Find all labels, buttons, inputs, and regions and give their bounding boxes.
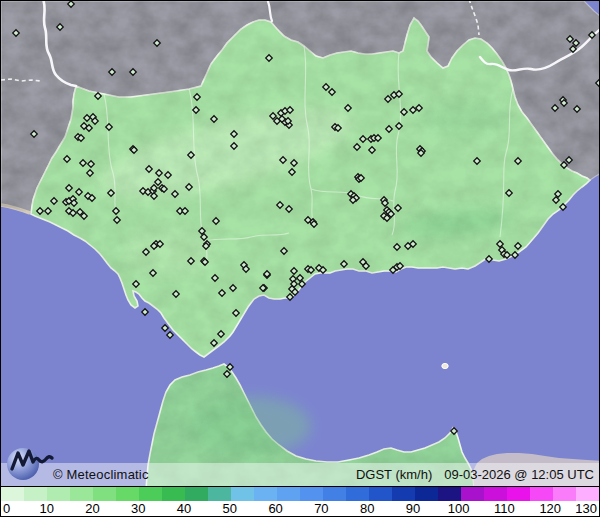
weather-map-screenshot: © Meteoclimatic DGST (km/h) 09-03-2026 @… — [0, 0, 600, 517]
scale-tick-label: 100 — [448, 501, 470, 516]
scale-tick-labels: 0102030405060708090100110120130 — [1, 501, 599, 517]
variable-label: DGST (km/h) — [356, 467, 432, 482]
scale-tick-label: 50 — [223, 501, 237, 516]
scale-tick-label: 10 — [40, 501, 54, 516]
wind-gust-color-scale — [1, 486, 599, 501]
scale-tick-label: 130 — [575, 501, 597, 516]
scale-tick-label: 90 — [406, 501, 420, 516]
attribution-text[interactable]: © Meteoclimatic — [53, 467, 149, 482]
scale-tick-label: 70 — [314, 501, 328, 516]
scale-tick-label: 80 — [360, 501, 374, 516]
map-meta: DGST (km/h) 09-03-2026 @ 12:05 UTC — [356, 467, 594, 482]
scale-tick-label: 60 — [268, 501, 282, 516]
scale-tick-label: 110 — [494, 501, 515, 516]
scale-tick-label: 40 — [177, 501, 191, 516]
scale-tick-label: 30 — [131, 501, 145, 516]
timestamp-label: 09-03-2026 @ 12:05 UTC — [444, 467, 594, 482]
scale-tick-label: 120 — [539, 501, 561, 516]
weather-map — [1, 1, 600, 517]
scale-tick-label: 20 — [85, 501, 99, 516]
scale-tick-label: 0 — [3, 501, 10, 516]
footer-bar: © Meteoclimatic DGST (km/h) 09-03-2026 @… — [1, 463, 599, 486]
alboran-island — [442, 363, 448, 368]
